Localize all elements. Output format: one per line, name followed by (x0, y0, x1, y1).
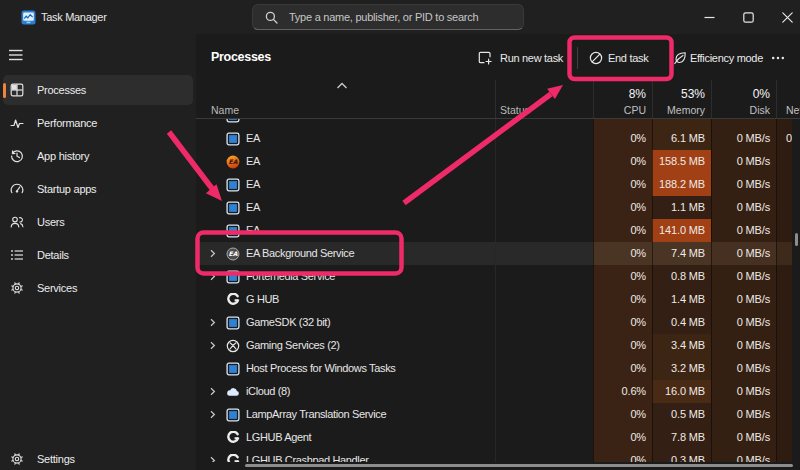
end-task-button[interactable]: End task (589, 44, 648, 72)
sidebar-item-label: Services (37, 282, 77, 294)
name-cell: LGHUB Agent (196, 426, 495, 449)
disk-value: 0 MB/s (706, 334, 770, 357)
column-header-cpu[interactable]: CPU (624, 104, 646, 116)
cpu-cell: 0% (593, 334, 652, 357)
status-cell (495, 219, 593, 242)
table-row[interactable]: EA (196, 119, 800, 127)
memory-cell: 1.1 MB (652, 196, 711, 219)
column-grid-line (711, 80, 712, 119)
horizontal-scrollbar-track[interactable] (196, 462, 800, 470)
sidebar-item-label: Startup apps (37, 183, 96, 195)
sidebar-item-performance[interactable]: Performance (3, 108, 193, 138)
expand-chevron-icon[interactable] (208, 341, 217, 350)
process-name: EA Background Service (246, 242, 354, 265)
table-row[interactable]: iCloud (8) 0.6% 16.0 MB 0 MB/s (196, 380, 800, 403)
expand-chevron-icon[interactable] (208, 318, 217, 327)
sidebar-item-processes[interactable]: Processes (3, 75, 193, 105)
horizontal-scrollbar-thumb[interactable] (245, 464, 793, 467)
status-cell (495, 127, 593, 150)
minimize-button[interactable] (689, 0, 729, 34)
performance-icon (10, 116, 24, 130)
table-row[interactable]: GameSDK (32 bit) 0% 0.4 MB 0 MB/s (196, 311, 800, 334)
disk-cell: 0 MB/s (711, 242, 776, 265)
process-name: EA (246, 173, 260, 196)
table-row[interactable]: Fortemedia Service 0% 0.8 MB 0 MB/s (196, 265, 800, 288)
more-options-button[interactable] (771, 44, 785, 72)
cpu-value: 0.6% (588, 380, 646, 403)
vertical-scrollbar-track[interactable] (792, 119, 800, 462)
column-header-status[interactable]: Status (500, 104, 530, 116)
memory-cell: 3.4 MB (652, 334, 711, 357)
sidebar-item-settings[interactable]: Settings (3, 444, 193, 470)
table-row[interactable]: EA EA 0% 158.5 MB 0 MB/s (196, 150, 800, 173)
close-button[interactable] (767, 0, 800, 34)
name-cell: G HUB (196, 288, 495, 311)
process-table-header: Name Status 8% CPU 53% Memory 0% Disk Ne… (196, 80, 800, 119)
task-manager-app-icon (21, 10, 36, 25)
table-row[interactable]: LGHUB Agent 0% 7.8 MB 0 MB/s (196, 426, 800, 449)
memory-cell: 0.4 MB (652, 311, 711, 334)
sidebar-item-label: Processes (37, 84, 86, 96)
sidebar-item-label: Settings (37, 453, 75, 465)
table-row[interactable]: LampArray Translation Service 0% 0.5 MB … (196, 403, 800, 426)
expand-chevron-icon[interactable] (208, 387, 217, 396)
memory-value: 0.4 MB (647, 311, 705, 334)
sidebar-item-app-history[interactable]: App history (3, 141, 193, 171)
table-row[interactable]: Gaming Services (2) 0% 3.4 MB 0 MB/s (196, 334, 800, 357)
more-icon (771, 51, 785, 65)
disk-total-percent: 0% (753, 87, 770, 101)
memory-cell: 141.0 MB (652, 219, 711, 242)
column-header-memory[interactable]: Memory (667, 104, 705, 116)
name-cell: EA (196, 196, 495, 219)
column-header-name[interactable]: Name (211, 104, 239, 116)
svg-text:EA: EA (228, 158, 237, 165)
run-new-task-button[interactable]: Run new task (478, 44, 563, 72)
memory-value: 0.8 MB (647, 265, 705, 288)
sidebar-item-startup-apps[interactable]: Startup apps (3, 174, 193, 204)
ea-window-icon (226, 316, 240, 330)
efficiency-mode-button[interactable]: Efficiency mode (673, 44, 763, 72)
navigation-sidebar: Processes Performance App history Startu… (0, 34, 196, 470)
ea-circle-icon: EA (226, 247, 240, 261)
table-row[interactable]: EA EA Background Service 0% 7.4 MB 0 MB/… (196, 242, 800, 265)
expand-chevron-icon[interactable] (208, 249, 217, 258)
cpu-cell: 0% (593, 173, 652, 196)
table-row[interactable]: Host Process for Windows Tasks 0% 3.2 MB… (196, 357, 800, 380)
end-task-label: End task (608, 52, 648, 64)
name-cell: LampArray Translation Service (196, 403, 495, 426)
ea-window-icon (226, 224, 240, 238)
status-value (502, 334, 599, 357)
sidebar-item-services[interactable]: Services (3, 273, 193, 303)
cpu-value: 0% (588, 357, 646, 380)
process-name: LampArray Translation Service (246, 403, 386, 426)
menu-toggle-icon[interactable] (8, 48, 24, 62)
memory-value: 141.0 MB (647, 219, 705, 242)
disk-cell: 0 MB/s (711, 357, 776, 380)
expand-chevron-icon[interactable] (208, 410, 217, 419)
disk-value: 0 MB/s (706, 242, 770, 265)
status-value (502, 242, 599, 265)
services-icon (10, 281, 24, 295)
expand-chevron-icon[interactable] (208, 272, 217, 281)
column-header-network[interactable]: Network (786, 104, 800, 116)
cpu-cell (593, 119, 652, 127)
sort-ascending-caret-icon[interactable] (336, 82, 348, 90)
search-box[interactable]: Type a name, publisher, or PID to search (252, 4, 524, 30)
table-row[interactable]: EA 0% 141.0 MB 0 MB/s (196, 219, 800, 242)
table-row[interactable]: G HUB 0% 1.4 MB 0 MB/s (196, 288, 800, 311)
memory-cell: 0.8 MB (652, 265, 711, 288)
ea-window-icon (226, 119, 240, 123)
column-header-disk[interactable]: Disk (750, 104, 770, 116)
sidebar-item-details[interactable]: Details (3, 240, 193, 270)
table-row[interactable]: EA 0% 6.1 MB 0 MB/s 0. (196, 127, 800, 150)
cpu-cell: 0% (593, 288, 652, 311)
maximize-button[interactable] (728, 0, 768, 34)
vertical-scrollbar-thumb[interactable] (795, 233, 798, 246)
sidebar-item-users[interactable]: Users (3, 207, 193, 237)
memory-cell: 6.1 MB (652, 127, 711, 150)
table-row[interactable]: EA 0% 188.2 MB 0 MB/s (196, 173, 800, 196)
table-row[interactable]: EA 0% 1.1 MB 0 MB/s (196, 196, 800, 219)
status-value (502, 311, 599, 334)
status-cell (495, 173, 593, 196)
status-cell (495, 265, 593, 288)
